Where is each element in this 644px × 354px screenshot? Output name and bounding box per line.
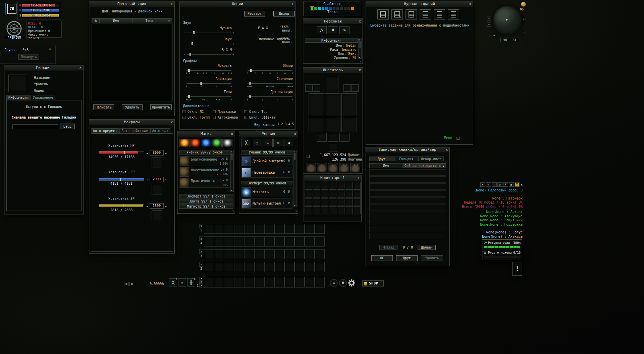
minimap-button[interactable]: • xyxy=(522,31,526,35)
inventory-slot[interactable] xyxy=(313,190,320,198)
tab-auto-action[interactable]: Авто-действие xyxy=(119,128,150,133)
magic-rank-master[interactable]: Магистр 99/ 1 очков xyxy=(179,204,233,209)
hotbar-slot[interactable] xyxy=(214,236,224,247)
macro-sp-setting[interactable]: 1500 xyxy=(150,203,164,209)
inventory-slot[interactable] xyxy=(353,190,361,198)
shield-icon[interactable]: ▣ xyxy=(509,182,514,187)
menu-button[interactable]: ≡ xyxy=(330,279,338,287)
speed-skill-icon[interactable]: » xyxy=(263,139,273,147)
hotbar-slot[interactable] xyxy=(244,224,254,234)
hotbar-slot[interactable] xyxy=(315,249,325,259)
increase-arrow-icon[interactable]: ► xyxy=(165,178,167,181)
hotbar-row-close[interactable]: x xyxy=(199,280,203,284)
inventory-slot[interactable] xyxy=(321,190,328,198)
hotbar-slot[interactable] xyxy=(274,236,284,247)
close-icon[interactable]: x xyxy=(521,183,523,186)
hotbar-slot[interactable] xyxy=(315,277,325,287)
tab-friends[interactable]: Друг xyxy=(369,157,394,161)
hotbar-slot[interactable] xyxy=(315,236,325,247)
bag-tab-icon[interactable] xyxy=(317,163,327,172)
close-icon[interactable]: x xyxy=(176,275,177,283)
close-icon[interactable]: x xyxy=(79,65,82,71)
quest-table-icon[interactable] xyxy=(448,9,459,19)
close-icon[interactable]: x xyxy=(357,175,360,181)
target-icon[interactable]: ◎ xyxy=(497,182,502,187)
hotbar-slot[interactable] xyxy=(204,262,214,272)
earth-element-icon[interactable] xyxy=(212,139,222,147)
hotbar-slot[interactable] xyxy=(244,249,254,259)
exit-button[interactable]: Выход xyxy=(273,11,295,16)
tab-guild-info[interactable]: Информация xyxy=(6,95,31,100)
tab-guild-manage[interactable]: Управление xyxy=(31,95,55,100)
pet-icon[interactable]: ∿ xyxy=(339,26,350,34)
hotbar-slot[interactable] xyxy=(294,277,305,287)
shadows-slider[interactable] xyxy=(186,95,231,98)
gauntlet-slot[interactable] xyxy=(309,117,324,132)
sound-slider[interactable]: -+ xyxy=(186,42,231,46)
tab-ignore[interactable]: Игнор-лист xyxy=(418,157,444,161)
hotbar-page-up-icon[interactable]: ▲ xyxy=(199,277,203,280)
hotbar-slot[interactable] xyxy=(244,262,254,272)
macro-fp-item-slot[interactable] xyxy=(152,184,162,194)
hotbar-slot[interactable] xyxy=(234,262,244,272)
melee-skill-icon[interactable]: ╳ xyxy=(241,139,251,147)
music-slider[interactable]: -+ xyxy=(186,31,231,35)
bag-tab-icon[interactable] xyxy=(339,163,349,172)
hotbar-slot[interactable] xyxy=(204,277,214,287)
hotbar-row-close[interactable]: x xyxy=(199,224,203,228)
amulet-slot[interactable] xyxy=(328,133,338,142)
hotbar-slot[interactable] xyxy=(204,249,214,259)
glow-slider[interactable] xyxy=(248,82,292,85)
inventory-slot[interactable] xyxy=(305,190,312,198)
quest-list-icon[interactable] xyxy=(377,9,389,19)
inventory-slot[interactable] xyxy=(337,190,344,198)
skill-row[interactable]: » Двойной выстрел G M xyxy=(241,156,292,166)
hotbar-slot[interactable] xyxy=(305,224,315,234)
spell-row[interactable]: Практичность Lv 0 - 0.00% xyxy=(179,178,229,188)
mail-notify-icon[interactable]: ✉ xyxy=(492,33,497,37)
zoom-in-button[interactable]: + xyxy=(487,16,491,20)
accessory-slot[interactable] xyxy=(305,84,313,92)
dice-icon[interactable]: ∷ xyxy=(492,182,497,187)
macro-hp-setting[interactable]: 8000 xyxy=(150,150,164,156)
decrease-arrow-icon[interactable]: ◄ xyxy=(146,151,148,155)
wings-icon[interactable]: ⋀ xyxy=(317,26,327,34)
mail-attachment-icon[interactable]: ✉ xyxy=(166,18,172,23)
skill-row[interactable]: ↻ Перезарядка G M xyxy=(241,168,292,178)
shield-slot[interactable] xyxy=(341,93,357,116)
sfx-on-radio[interactable]: ✓вкл. xyxy=(280,36,290,40)
boots-slot[interactable] xyxy=(341,117,357,132)
magic-rank-elite[interactable]: Элита 99/ 1 очков xyxy=(179,199,233,204)
hotbar-slot[interactable] xyxy=(264,249,274,259)
magic-rank-apprentice[interactable]: Ученик 99/72 очков xyxy=(179,150,230,154)
bag-tab-icon[interactable] xyxy=(350,163,360,172)
inventory-slot[interactable] xyxy=(337,182,344,190)
inventory-slot[interactable] xyxy=(329,190,336,198)
macro-sp-item-slot[interactable] xyxy=(152,210,162,221)
accessory-slot[interactable] xyxy=(351,84,359,92)
hotbar-slot[interactable] xyxy=(254,236,264,247)
quest-scroll-icon[interactable] xyxy=(406,9,417,19)
ranged-skill-icon[interactable]: ◎ xyxy=(252,139,262,147)
hotbar-slot[interactable] xyxy=(254,224,264,234)
animation-slider[interactable] xyxy=(186,82,231,85)
inventory-slot[interactable] xyxy=(337,198,344,206)
star-skill-icon[interactable]: ◆ xyxy=(284,139,294,147)
tab-guild[interactable]: Гильдия xyxy=(394,157,418,161)
hotbar-slot[interactable] xyxy=(294,224,305,234)
mail-delete-button[interactable]: Удалить xyxy=(122,104,143,110)
pvp-mode-icon[interactable]: ╳x xyxy=(169,278,177,286)
shop-button[interactable]: SHOP xyxy=(362,280,384,286)
hotbar-slot[interactable] xyxy=(294,249,305,259)
tab-auto-chat[interactable]: Авто-чат xyxy=(150,128,170,133)
toggle-icon-2[interactable]: ▨ xyxy=(129,282,134,286)
inventory-slot[interactable] xyxy=(353,198,361,206)
skill-gm-flags[interactable]: G M xyxy=(283,202,291,205)
guild-name-input[interactable] xyxy=(12,124,58,129)
hotbar-slot[interactable] xyxy=(274,224,284,234)
brightness-slider[interactable] xyxy=(186,69,231,72)
party-leave-button[interactable]: Покинуть xyxy=(18,54,39,60)
close-icon[interactable]: x xyxy=(359,68,361,73)
hotbar-slot[interactable] xyxy=(224,249,234,259)
spell-row[interactable]: Восстановление Lv 0 - 0.00% xyxy=(179,167,229,177)
